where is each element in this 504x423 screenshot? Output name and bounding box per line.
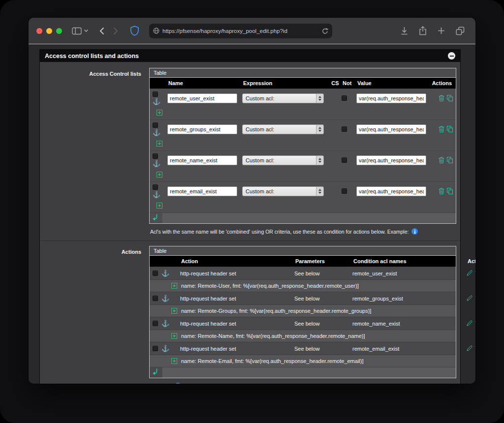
acl-value-input[interactable] [356, 155, 426, 165]
select-stepper-icon [316, 94, 323, 103]
anchor-icon[interactable]: ⚓ [153, 160, 160, 167]
row-select-checkbox[interactable] [153, 296, 158, 301]
edit-row-button[interactable] [467, 320, 472, 327]
info-icon[interactable] [175, 383, 181, 384]
add-row-button[interactable] [157, 203, 162, 209]
minus-icon [450, 56, 454, 57]
actions-table-footer [150, 367, 456, 378]
delete-row-button[interactable] [439, 188, 444, 194]
tab-overview-button[interactable] [456, 27, 465, 35]
anchor-icon[interactable]: ⚓ [161, 320, 169, 327]
level-down-icon [152, 369, 158, 377]
action-detail-row: name: Remote-User, fmt: %[var(req.auth_r… [150, 279, 456, 292]
acl-name-input[interactable] [167, 186, 237, 196]
delete-row-button[interactable] [475, 345, 475, 352]
delete-row-button[interactable] [439, 95, 444, 101]
row-select-checkbox[interactable] [153, 153, 158, 159]
url-text: https://pfsense/haproxy/haproxy_pool_edi… [162, 28, 319, 34]
share-button[interactable] [419, 26, 427, 35]
action-detail-row: name: Remote-Name, fmt: %[var(req.auth_r… [150, 330, 456, 342]
address-bar[interactable]: https://pfsense/haproxy/haproxy_pool_edi… [149, 24, 332, 38]
forward-button[interactable] [113, 27, 118, 35]
acl-not-checkbox[interactable] [342, 95, 347, 101]
acl-expression-select[interactable]: Custom acl: [242, 124, 324, 134]
duplicate-row-button[interactable] [447, 188, 453, 194]
acl-name-input[interactable] [167, 155, 237, 165]
action-parameters: See below [294, 321, 352, 327]
anchor-icon[interactable]: ⚓ [153, 191, 160, 198]
edit-row-button[interactable] [467, 345, 472, 352]
acl-add-row [150, 138, 456, 151]
acl-name-input[interactable] [167, 93, 237, 103]
acl-value-input[interactable] [356, 93, 426, 103]
anchor-icon[interactable]: ⚓ [161, 295, 169, 302]
delete-row-button[interactable] [439, 126, 444, 132]
acl-value-input[interactable] [356, 186, 426, 196]
anchor-icon[interactable]: ⚓ [161, 270, 169, 276]
col-value: Value [356, 78, 430, 89]
row-select-checkbox[interactable] [153, 184, 158, 190]
anchor-icon[interactable]: ⚓ [161, 345, 169, 352]
site-globe-icon [153, 28, 159, 34]
acl-row: ⚓ Custom acl: [150, 151, 456, 169]
zoom-window-button[interactable] [56, 28, 62, 34]
action-condition: remote_groups_exist [352, 296, 467, 302]
reload-icon[interactable] [322, 28, 328, 34]
acl-expression-select[interactable]: Custom acl: [242, 155, 324, 165]
action-row: ⚓ http-request header set See below remo… [150, 342, 456, 355]
collapse-panel-button[interactable] [448, 52, 455, 60]
row-select-checkbox[interactable] [153, 346, 158, 351]
acl-name-input[interactable] [167, 124, 237, 134]
anchor-icon[interactable]: ⚓ [153, 98, 160, 105]
acl-value-input[interactable] [356, 124, 426, 134]
col-action: Action [180, 256, 294, 267]
traffic-lights [36, 28, 62, 34]
col-actions: Actions [430, 78, 454, 89]
acl-table: Table Name Expression CS Not Value Actio… [149, 68, 456, 224]
back-button[interactable] [99, 27, 104, 35]
action-row: ⚓ http-request header set See below remo… [150, 317, 456, 330]
acl-row: ⚓ Custom acl: [150, 181, 456, 200]
minimize-window-button[interactable] [46, 28, 52, 34]
delete-row-button[interactable] [475, 295, 475, 302]
duplicate-row-button[interactable] [447, 126, 453, 132]
action-detail-text: name: Remote-Groups, fmt: %[var(req.auth… [181, 308, 371, 314]
downloads-button[interactable] [401, 27, 408, 35]
row-select-checkbox[interactable] [153, 122, 158, 128]
anchor-icon[interactable]: ⚓ [153, 129, 160, 136]
delete-row-button[interactable] [475, 270, 475, 276]
add-row-button[interactable] [157, 172, 162, 178]
info-icon[interactable] [411, 228, 418, 235]
row-select-checkbox[interactable] [153, 271, 158, 276]
delete-row-button[interactable] [439, 157, 444, 163]
acl-not-checkbox[interactable] [342, 126, 347, 132]
edit-row-button[interactable] [467, 295, 472, 302]
action-name: http-request header set [180, 321, 294, 327]
acl-not-checkbox[interactable] [342, 157, 347, 163]
duplicate-row-button[interactable] [447, 95, 453, 101]
action-parameters: See below [294, 346, 352, 352]
add-row-button[interactable] [157, 110, 162, 116]
sidebar-toggle-button[interactable] [72, 27, 89, 35]
row-select-checkbox[interactable] [153, 91, 158, 97]
new-tab-button[interactable] [438, 27, 445, 34]
actions-form-group: Actions Table Action Parameters Conditio… [40, 246, 460, 384]
close-window-button[interactable] [36, 28, 42, 34]
add-parameter-button[interactable] [171, 358, 177, 364]
col-expression: Expression [242, 78, 329, 89]
add-row-button[interactable] [157, 141, 162, 147]
edit-row-button[interactable] [467, 270, 472, 276]
add-parameter-button[interactable] [171, 333, 177, 339]
row-select-checkbox[interactable] [153, 321, 158, 326]
action-name: http-request header set [180, 346, 294, 352]
acl-expression-select[interactable]: Custom acl: [242, 93, 324, 103]
action-row: ⚓ http-request header set See below remo… [150, 292, 456, 304]
privacy-shield-icon[interactable] [130, 26, 139, 36]
delete-row-button[interactable] [475, 320, 475, 327]
add-parameter-button[interactable] [171, 308, 177, 314]
add-parameter-button[interactable] [171, 283, 177, 289]
browser-toolbar: https://pfsense/haproxy/haproxy_pool_edi… [29, 18, 475, 44]
acl-expression-select[interactable]: Custom acl: [242, 186, 324, 196]
acl-not-checkbox[interactable] [342, 188, 347, 194]
duplicate-row-button[interactable] [447, 157, 453, 163]
